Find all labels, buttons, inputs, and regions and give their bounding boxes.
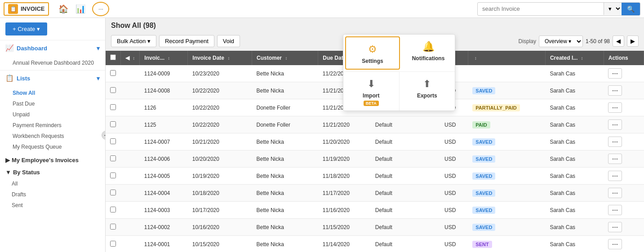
employee-invoices-label: My Employee's Invoices [12,157,79,164]
chevron-right-icon: ▶ [5,157,10,164]
row-checkbox[interactable] [110,70,116,76]
row-actions: ⋯ [604,219,644,236]
chart-icon[interactable]: 📊 [73,2,88,16]
row-actions-button[interactable]: ⋯ [608,85,622,96]
row-nav [121,168,140,185]
popup-settings-item[interactable]: ⚙ Settings [345,36,400,70]
table-row: 1124-000710/21/2020Bette Nicka11/20/2020… [106,133,644,150]
row-invoice-date: 10/16/2020 [188,219,252,236]
row-checkbox[interactable] [110,172,116,178]
sidebar-item-drafts[interactable]: Drafts [0,189,105,200]
home-icon[interactable]: 🏠 [56,2,71,16]
void-button[interactable]: Void [217,35,240,47]
pagination-next-button[interactable]: ▶ [627,35,639,47]
record-payment-button[interactable]: Record Payment [159,35,214,47]
status-badge: SENT [472,241,492,248]
main-layout: + Create ▾ 📈 Dashboard ▾ Annual Revenue … [0,18,644,252]
search-input[interactable] [478,3,604,14]
popup-import-item[interactable]: ⬇ Import BETA [343,72,400,111]
pagination-prev-button[interactable]: ◀ [613,35,624,47]
row-checkbox[interactable] [110,104,116,110]
row-invoice-date: 10/17/2020 [188,202,252,219]
row-actions-button[interactable]: ⋯ [608,205,622,215]
th-checkbox [106,51,121,65]
row-checkbox[interactable] [110,190,116,195]
select-all-checkbox[interactable] [110,54,116,60]
popup-exports-item[interactable]: ⬆ Exports [400,72,455,111]
exports-label: Exports [417,93,437,99]
overview-select[interactable]: Overview ▾ [539,35,583,47]
row-currency: USD [440,168,468,185]
row-pdf-template: Default [371,168,440,185]
row-pdf-template: Default [371,202,440,219]
beta-badge: BETA [364,101,379,106]
th-invoice-date[interactable]: Invoice Date ↕ [188,51,252,65]
sidebar-item-sent[interactable]: Sent [0,200,105,211]
row-actions: ⋯ [604,185,644,202]
row-customer: Donette Foller [252,116,318,133]
row-status: SAVED [468,219,545,236]
row-actions: ⋯ [604,133,644,150]
create-button[interactable]: + Create ▾ [5,22,47,35]
sidebar-header-dashboard[interactable]: 📈 Dashboard ▾ [0,40,105,56]
popup-notifications-item[interactable]: 🔔 Notifications [402,35,455,71]
sidebar-item-payment-reminders[interactable]: Payment Reminders [6,120,105,131]
th-created-by[interactable]: Created I... ↕ [545,51,604,65]
row-actions-button[interactable]: ⋯ [608,154,622,164]
table-row: 1124-000310/17/2020Bette Nicka11/16/2020… [106,202,644,219]
row-status: PAID [468,116,545,133]
th-back[interactable]: ◀ ↕ [121,51,140,65]
row-checkbox[interactable] [110,224,116,230]
sidebar-item-all[interactable]: All [0,178,105,189]
row-actions-button[interactable]: ⋯ [608,102,622,113]
th-invoice[interactable]: Invoic... ↕ [140,51,188,65]
exports-icon: ⬆ [423,78,431,90]
sidebar-item-workbench-requests[interactable]: Workbench Requests [6,131,105,141]
row-checkbox[interactable] [110,207,116,212]
row-checkbox[interactable] [110,87,116,93]
toolbar-right: Display Overview ▾ 1-50 of 98 ◀ ▶ [519,35,639,47]
row-actions-button[interactable]: ⋯ [608,239,622,249]
row-created-by: Sarah Cas [545,99,604,116]
app-logo[interactable]: 📋 INVOICE [4,2,49,16]
logo-icon: 📋 [8,4,18,14]
row-created-by: Sarah Cas [545,185,604,202]
row-actions-button[interactable]: ⋯ [608,222,622,232]
row-nav [121,133,140,150]
row-checkbox[interactable] [110,138,116,144]
row-nav [121,99,140,116]
sidebar-item-past-due[interactable]: Past Due [6,98,105,109]
status-badge: SAVED [472,172,495,180]
bulk-action-button[interactable]: Bulk Action ▾ [111,35,156,47]
row-actions-button[interactable]: ⋯ [608,68,622,79]
row-actions-button[interactable]: ⋯ [608,188,622,198]
sidebar-item-show-all[interactable]: Show All [6,88,105,98]
search-button[interactable]: 🔍 [622,3,640,15]
display-label: Display [519,38,536,44]
pagination-info: 1-50 of 98 [586,38,610,44]
row-actions-button[interactable]: ⋯ [608,137,622,147]
row-checkbox[interactable] [110,241,116,247]
row-checkbox[interactable] [110,121,116,127]
row-customer: Bette Nicka [252,150,318,168]
th-customer[interactable]: Customer ↕ [252,51,318,65]
row-pdf-template: Default [371,236,440,252]
sidebar-item-annual-revenue[interactable]: Annual Revenue Dashboard 2020 [6,57,105,68]
row-actions-button[interactable]: ⋯ [608,119,622,130]
void-label: Void [223,38,234,44]
sidebar-header-lists[interactable]: 📋 Lists ▾ [0,71,105,86]
sidebar-item-unpaid[interactable]: Unpaid [6,109,105,120]
sidebar-item-by-status[interactable]: ▼ By Status [0,166,105,178]
sidebar-item-my-requests-queue[interactable]: My Requests Queue [6,141,105,152]
th-status[interactable]: ↕ [468,51,545,65]
row-actions-button[interactable]: ⋯ [608,171,622,181]
th-actions: Actions [604,51,644,65]
dots-menu-button[interactable]: ··· [92,2,109,16]
row-invoice: 1124-0009 [140,65,188,82]
row-due-date: 11/15/2020 [318,219,371,236]
search-wrap: ▾ 🔍 [477,2,640,16]
sidebar-item-employee-invoices[interactable]: ▶ My Employee's Invoices [0,154,105,166]
search-dropdown[interactable]: ▾ [604,3,622,15]
row-customer: Bette Nicka [252,168,318,185]
row-checkbox[interactable] [110,155,116,161]
